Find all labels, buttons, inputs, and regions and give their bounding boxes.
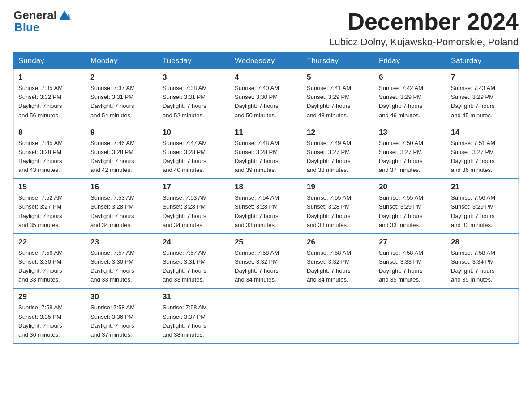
- location-title: Lubicz Dolny, Kujawsko-Pomorskie, Poland: [329, 36, 519, 48]
- calendar-cell: 25Sunrise: 7:58 AMSunset: 3:32 PMDayligh…: [230, 234, 302, 289]
- calendar-cell: 11Sunrise: 7:48 AMSunset: 3:28 PMDayligh…: [230, 124, 302, 179]
- week-row-5: 29Sunrise: 7:58 AMSunset: 3:35 PMDayligh…: [14, 288, 519, 343]
- calendar-cell: 27Sunrise: 7:58 AMSunset: 3:33 PMDayligh…: [374, 234, 446, 289]
- page-header: General Blue December 2024 Lubicz Dolny,…: [13, 9, 519, 48]
- day-number: 6: [379, 73, 442, 82]
- header-thursday: Thursday: [302, 53, 374, 69]
- day-info: Sunrise: 7:53 AMSunset: 3:28 PMDaylight:…: [163, 193, 225, 230]
- day-number: 21: [451, 183, 514, 192]
- day-info: Sunrise: 7:37 AMSunset: 3:31 PMDaylight:…: [90, 84, 153, 120]
- calendar-cell: 12Sunrise: 7:49 AMSunset: 3:27 PMDayligh…: [302, 124, 374, 179]
- day-info: Sunrise: 7:45 AMSunset: 3:28 PMDaylight:…: [18, 139, 81, 175]
- day-number: 29: [18, 292, 81, 301]
- calendar-cell: 4Sunrise: 7:40 AMSunset: 3:30 PMDaylight…: [230, 69, 302, 124]
- day-info: Sunrise: 7:51 AMSunset: 3:27 PMDaylight:…: [451, 139, 514, 175]
- logo-general-text: General: [13, 9, 57, 22]
- day-number: 20: [379, 183, 442, 192]
- calendar-cell: 19Sunrise: 7:55 AMSunset: 3:28 PMDayligh…: [302, 179, 374, 234]
- calendar-cell: [230, 288, 302, 343]
- day-info: Sunrise: 7:52 AMSunset: 3:27 PMDaylight:…: [18, 193, 81, 230]
- week-row-2: 8Sunrise: 7:45 AMSunset: 3:28 PMDaylight…: [14, 124, 519, 179]
- logo: General Blue: [13, 9, 97, 34]
- day-number: 2: [90, 73, 153, 82]
- day-info: Sunrise: 7:49 AMSunset: 3:27 PMDaylight:…: [307, 139, 369, 175]
- day-number: 31: [163, 292, 225, 301]
- day-info: Sunrise: 7:43 AMSunset: 3:29 PMDaylight:…: [451, 84, 514, 120]
- day-number: 8: [18, 128, 81, 137]
- calendar-cell: 23Sunrise: 7:57 AMSunset: 3:30 PMDayligh…: [86, 234, 158, 289]
- day-number: 7: [451, 73, 514, 82]
- calendar-cell: 1Sunrise: 7:35 AMSunset: 3:32 PMDaylight…: [14, 69, 86, 124]
- calendar-cell: 24Sunrise: 7:57 AMSunset: 3:31 PMDayligh…: [158, 234, 230, 289]
- day-number: 13: [379, 128, 442, 137]
- calendar-cell: 14Sunrise: 7:51 AMSunset: 3:27 PMDayligh…: [446, 124, 519, 179]
- calendar-cell: [302, 288, 374, 343]
- day-info: Sunrise: 7:58 AMSunset: 3:32 PMDaylight:…: [307, 248, 369, 285]
- day-info: Sunrise: 7:55 AMSunset: 3:28 PMDaylight:…: [307, 193, 369, 230]
- day-number: 17: [163, 183, 225, 192]
- day-number: 24: [163, 238, 225, 247]
- day-info: Sunrise: 7:58 AMSunset: 3:36 PMDaylight:…: [90, 303, 153, 339]
- day-number: 3: [163, 73, 225, 82]
- week-row-3: 15Sunrise: 7:52 AMSunset: 3:27 PMDayligh…: [14, 179, 519, 234]
- month-title: December 2024: [329, 9, 519, 34]
- calendar-cell: 10Sunrise: 7:47 AMSunset: 3:28 PMDayligh…: [158, 124, 230, 179]
- calendar-cell: 13Sunrise: 7:50 AMSunset: 3:27 PMDayligh…: [374, 124, 446, 179]
- calendar-cell: 9Sunrise: 7:46 AMSunset: 3:28 PMDaylight…: [86, 124, 158, 179]
- day-number: 12: [307, 128, 369, 137]
- calendar-body: 1Sunrise: 7:35 AMSunset: 3:32 PMDaylight…: [14, 69, 519, 343]
- logo-blue-text: Blue: [13, 21, 97, 34]
- calendar-cell: 21Sunrise: 7:56 AMSunset: 3:29 PMDayligh…: [446, 179, 519, 234]
- day-number: 10: [163, 128, 225, 137]
- calendar-cell: 15Sunrise: 7:52 AMSunset: 3:27 PMDayligh…: [14, 179, 86, 234]
- calendar-cell: 5Sunrise: 7:41 AMSunset: 3:29 PMDaylight…: [302, 69, 374, 124]
- day-number: 9: [90, 128, 153, 137]
- day-info: Sunrise: 7:53 AMSunset: 3:28 PMDaylight:…: [90, 193, 153, 230]
- calendar-cell: 28Sunrise: 7:58 AMSunset: 3:34 PMDayligh…: [446, 234, 519, 289]
- day-info: Sunrise: 7:56 AMSunset: 3:30 PMDaylight:…: [18, 248, 81, 285]
- day-number: 18: [235, 183, 297, 192]
- calendar-cell: 2Sunrise: 7:37 AMSunset: 3:31 PMDaylight…: [86, 69, 158, 124]
- day-info: Sunrise: 7:58 AMSunset: 3:32 PMDaylight:…: [235, 248, 297, 285]
- day-info: Sunrise: 7:57 AMSunset: 3:31 PMDaylight:…: [163, 248, 225, 285]
- calendar-cell: 18Sunrise: 7:54 AMSunset: 3:28 PMDayligh…: [230, 179, 302, 234]
- day-number: 4: [235, 73, 297, 82]
- calendar-cell: [374, 288, 446, 343]
- day-info: Sunrise: 7:46 AMSunset: 3:28 PMDaylight:…: [90, 139, 153, 175]
- day-info: Sunrise: 7:56 AMSunset: 3:29 PMDaylight:…: [451, 193, 514, 230]
- header-row: SundayMondayTuesdayWednesdayThursdayFrid…: [14, 53, 519, 69]
- day-info: Sunrise: 7:58 AMSunset: 3:37 PMDaylight:…: [163, 303, 225, 339]
- calendar-cell: 20Sunrise: 7:55 AMSunset: 3:29 PMDayligh…: [374, 179, 446, 234]
- day-number: 28: [451, 238, 514, 247]
- header-sunday: Sunday: [14, 53, 86, 69]
- calendar-cell: 7Sunrise: 7:43 AMSunset: 3:29 PMDaylight…: [446, 69, 519, 124]
- day-number: 30: [90, 292, 153, 301]
- calendar-cell: 31Sunrise: 7:58 AMSunset: 3:37 PMDayligh…: [158, 288, 230, 343]
- day-info: Sunrise: 7:42 AMSunset: 3:29 PMDaylight:…: [379, 84, 442, 120]
- day-info: Sunrise: 7:41 AMSunset: 3:29 PMDaylight:…: [307, 84, 369, 120]
- calendar-cell: 22Sunrise: 7:56 AMSunset: 3:30 PMDayligh…: [14, 234, 86, 289]
- day-info: Sunrise: 7:48 AMSunset: 3:28 PMDaylight:…: [235, 139, 297, 175]
- day-number: 22: [18, 238, 81, 247]
- calendar-cell: 29Sunrise: 7:58 AMSunset: 3:35 PMDayligh…: [14, 288, 86, 343]
- day-info: Sunrise: 7:58 AMSunset: 3:34 PMDaylight:…: [451, 248, 514, 285]
- calendar-cell: [446, 288, 519, 343]
- day-number: 25: [235, 238, 297, 247]
- day-info: Sunrise: 7:58 AMSunset: 3:33 PMDaylight:…: [379, 248, 442, 285]
- day-number: 11: [235, 128, 297, 137]
- calendar-header: SundayMondayTuesdayWednesdayThursdayFrid…: [14, 53, 519, 69]
- day-number: 5: [307, 73, 369, 82]
- day-number: 15: [18, 183, 81, 192]
- calendar-cell: 6Sunrise: 7:42 AMSunset: 3:29 PMDaylight…: [374, 69, 446, 124]
- logo-icon: [58, 9, 71, 21]
- day-info: Sunrise: 7:54 AMSunset: 3:28 PMDaylight:…: [235, 193, 297, 230]
- header-wednesday: Wednesday: [230, 53, 302, 69]
- header-monday: Monday: [86, 53, 158, 69]
- calendar-cell: 26Sunrise: 7:58 AMSunset: 3:32 PMDayligh…: [302, 234, 374, 289]
- day-info: Sunrise: 7:57 AMSunset: 3:30 PMDaylight:…: [90, 248, 153, 285]
- day-info: Sunrise: 7:50 AMSunset: 3:27 PMDaylight:…: [379, 139, 442, 175]
- calendar-cell: 3Sunrise: 7:38 AMSunset: 3:31 PMDaylight…: [158, 69, 230, 124]
- calendar-table: SundayMondayTuesdayWednesdayThursdayFrid…: [13, 52, 519, 344]
- header-saturday: Saturday: [446, 53, 519, 69]
- calendar-cell: 8Sunrise: 7:45 AMSunset: 3:28 PMDaylight…: [14, 124, 86, 179]
